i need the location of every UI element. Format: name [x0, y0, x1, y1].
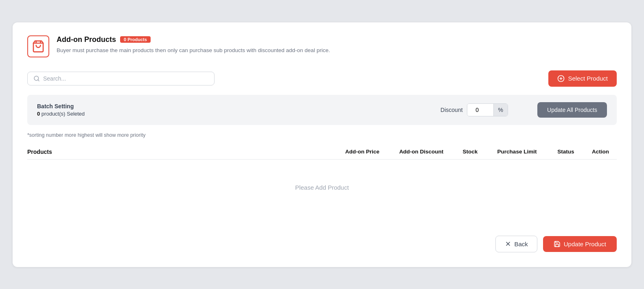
th-purchase-limit: Purchase Limit: [486, 149, 548, 155]
percent-symbol: %: [493, 104, 508, 116]
th-stock: Stock: [454, 149, 486, 155]
svg-line-4: [38, 80, 39, 81]
products-count-badge: 0 Products: [120, 36, 151, 43]
select-product-button[interactable]: Select Product: [548, 70, 617, 87]
back-button[interactable]: Back: [495, 236, 537, 252]
discount-input[interactable]: [467, 104, 493, 116]
batch-setting-row: Batch Setting 0 product(s) Seleted Disco…: [27, 95, 617, 125]
sort-hint: *sorting number more highest will show m…: [27, 132, 617, 138]
addon-products-title: Add-on Products 0 Products: [57, 35, 330, 44]
basket-icon-wrap: [27, 35, 49, 57]
search-row: Select Product: [27, 70, 617, 87]
table-header: Products Add-on Price Add-on Discount St…: [27, 144, 617, 160]
basket-icon: [32, 40, 45, 53]
discount-group: Discount %: [440, 103, 508, 116]
update-all-products-button[interactable]: Update All Products: [537, 102, 607, 118]
th-addon-price: Add-on Price: [336, 149, 389, 155]
th-columns: Add-on Price Add-on Discount Stock Purch…: [336, 149, 617, 155]
batch-info: Batch Setting 0 product(s) Seleted: [37, 103, 85, 117]
empty-state: Please Add Product: [27, 160, 617, 223]
th-status: Status: [548, 149, 584, 155]
batch-products-count: 0 product(s) Seleted: [37, 111, 85, 117]
plus-circle-icon: [557, 75, 565, 82]
save-icon: [554, 241, 561, 247]
header-row: Add-on Products 0 Products Buyer must pu…: [27, 35, 617, 57]
bottom-actions: Back Update Product: [27, 232, 617, 252]
batch-setting-title: Batch Setting: [37, 103, 85, 109]
discount-label: Discount: [440, 107, 462, 113]
th-addon-discount: Add-on Discount: [389, 149, 454, 155]
th-action: Action: [584, 149, 617, 155]
header-text: Add-on Products 0 Products Buyer must pu…: [57, 35, 330, 55]
discount-input-wrap: %: [467, 103, 508, 116]
th-products: Products: [27, 149, 336, 155]
search-icon: [33, 75, 40, 82]
search-box: [27, 72, 215, 85]
close-icon: [505, 241, 511, 247]
update-product-button[interactable]: Update Product: [543, 236, 617, 252]
addon-products-description: Buyer must purchase the main products th…: [57, 46, 330, 55]
search-input[interactable]: [43, 75, 208, 82]
addon-products-card: Add-on Products 0 Products Buyer must pu…: [13, 22, 631, 267]
